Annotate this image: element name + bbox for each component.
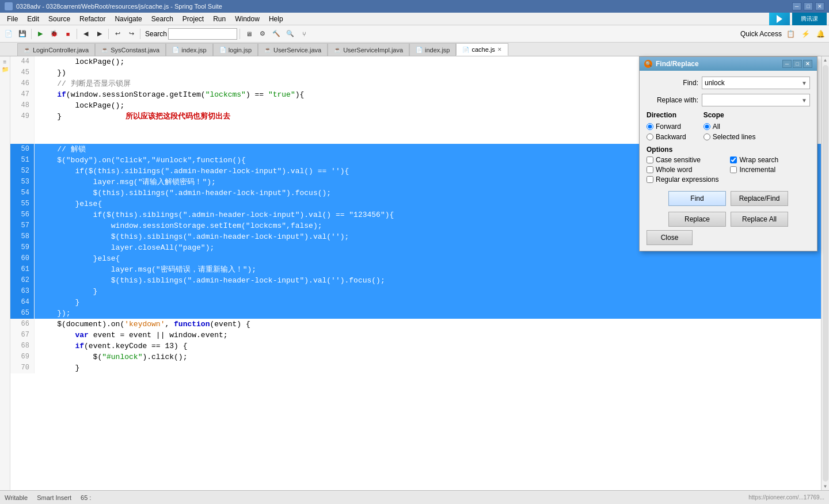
whole-word-checkbox[interactable] [647, 166, 653, 173]
dialog-close-btn[interactable]: ✕ [803, 60, 812, 68]
tab-0[interactable]: ☕ LoginController.java [17, 43, 95, 56]
tab-label-4: UserService.java [273, 47, 321, 54]
menu-help[interactable]: Help [264, 14, 288, 24]
tab-icon-7: 📄 [462, 47, 469, 53]
tab-4[interactable]: ☕ UserService.java [258, 43, 328, 56]
undo-button[interactable]: ↩ [111, 28, 124, 40]
tab-7[interactable]: 📄 cache.js ✕ [456, 43, 508, 56]
menu-project[interactable]: Project [178, 14, 208, 24]
find-button[interactable]: Find [668, 191, 726, 206]
stop-button[interactable]: ■ [62, 28, 74, 40]
window-title: 0328adv - 0328carrent/WebRoot/resources/… [16, 3, 222, 10]
quick-access-btn-2[interactable]: ⚡ [799, 28, 812, 40]
wrap-search-checkbox[interactable] [730, 156, 737, 163]
maximize-button[interactable]: □ [804, 2, 813, 10]
code-line-69: 69 $("#unlock").click(); [10, 352, 821, 362]
menu-refactor[interactable]: Refactor [75, 14, 110, 24]
tab-1[interactable]: ☕ SysConstast.java [95, 43, 166, 56]
menu-source[interactable]: Source [44, 14, 75, 24]
window-controls[interactable]: ─ □ ✕ [792, 2, 824, 10]
menu-window[interactable]: Window [230, 14, 264, 24]
tab-3[interactable]: 📄 login.jsp [213, 43, 258, 56]
run-button[interactable]: ▶ [34, 28, 47, 40]
tencent-play-button[interactable] [769, 13, 790, 25]
line-num-61: 61 [10, 264, 35, 275]
replace-find-button[interactable]: Replace/Find [731, 191, 788, 206]
close-button[interactable]: ✕ [815, 2, 824, 10]
find-dropdown[interactable]: unlock ▼ [702, 77, 810, 89]
writable-status: Writable [5, 494, 28, 501]
server-button[interactable]: 🖥 [242, 28, 255, 40]
wrap-search-label: Wrap search [739, 156, 778, 164]
selected-lines-radio[interactable] [703, 133, 710, 140]
app-icon [5, 2, 13, 10]
replace-all-button[interactable]: Replace All [731, 212, 788, 227]
quick-access-btn-1[interactable]: 📋 [784, 28, 797, 40]
find-label: Find: [647, 79, 698, 87]
incremental-checkbox[interactable] [730, 166, 737, 173]
settings-button[interactable]: ⚙ [256, 28, 269, 40]
line-content-52: if($(this).siblings(".admin-header-lock-… [35, 166, 349, 177]
v-scrollbar[interactable]: ▲ ▼ [821, 56, 829, 490]
save-button[interactable]: 💾 [16, 28, 29, 40]
line-num-52: 52 [10, 166, 35, 177]
line-content-66: $(document).on('keydown', function(event… [35, 319, 250, 330]
case-sensitive-checkbox[interactable] [647, 156, 653, 163]
new-button[interactable]: 📄 [2, 28, 15, 40]
git-button[interactable]: ⑂ [298, 28, 310, 40]
v-scroll-down[interactable]: ▼ [822, 483, 829, 490]
forward-button[interactable]: ▶ [93, 28, 106, 40]
menu-navigate[interactable]: Navigate [110, 14, 146, 24]
line-content-70: } [35, 362, 79, 373]
case-sensitive-label: Case sensitive [656, 156, 701, 164]
dialog-restore[interactable]: □ [793, 60, 802, 68]
menu-edit[interactable]: Edit [22, 14, 44, 24]
back-button[interactable]: ◀ [79, 28, 92, 40]
line-num-46: 46 [10, 78, 35, 89]
menu-run[interactable]: Run [208, 14, 230, 24]
quick-access-btn-3[interactable]: 🔔 [814, 28, 827, 40]
line-num-55: 55 [10, 198, 35, 209]
tab-5[interactable]: ☕ UserServiceImpl.java [328, 43, 409, 56]
forward-radio[interactable] [647, 123, 653, 130]
line-content-48: lockPage(); [35, 100, 124, 111]
code-line-65: 65 }); [10, 308, 821, 319]
menu-file[interactable]: File [2, 14, 22, 24]
code-line-62: 62 $(this).siblings(".admin-header-lock-… [10, 275, 821, 286]
case-sensitive-row: Case sensitive [647, 156, 718, 164]
toolbar-separator-1 [31, 29, 32, 39]
close-dialog-button[interactable]: Close [647, 230, 693, 245]
tab-bar: ☕ LoginController.java ☕ SysConstast.jav… [0, 43, 829, 56]
tab-close-7[interactable]: ✕ [497, 47, 502, 52]
line-content-55: }else{ [35, 198, 102, 209]
v-scroll-up[interactable]: ▲ [822, 56, 829, 64]
backward-radio[interactable] [647, 133, 653, 140]
line-num-69: 69 [10, 352, 35, 362]
line-num-47: 47 [10, 89, 35, 100]
direction-scope-row: Direction Forward Backward Scope All [647, 111, 810, 141]
regex-label: Regular expressions [656, 175, 718, 184]
regex-checkbox[interactable] [647, 176, 653, 183]
menu-search[interactable]: Search [147, 14, 178, 24]
tab-label-5: UserServiceImpl.java [343, 47, 403, 54]
tab-label-3: login.jsp [229, 47, 252, 54]
minimize-button[interactable]: ─ [792, 2, 801, 10]
dialog-controls[interactable]: ─ □ ✕ [782, 60, 812, 68]
line-col-status: 65 : [81, 494, 91, 501]
all-radio[interactable] [703, 123, 710, 130]
tab-2[interactable]: 📄 index.jsp [166, 43, 212, 56]
redo-button[interactable]: ↪ [125, 28, 138, 40]
search-input[interactable] [168, 28, 237, 40]
v-scroll-track[interactable] [823, 65, 828, 482]
dialog-icon: 🔍 [644, 60, 652, 68]
tab-icon-6: 📄 [416, 47, 423, 53]
debug-button[interactable]: 🐞 [48, 28, 60, 40]
status-bar: Writable Smart Insert 65 : https://pione… [0, 490, 829, 504]
search-toolbar-button[interactable]: 🔍 [284, 28, 296, 40]
replace-dropdown[interactable]: ▼ [702, 94, 810, 106]
dialog-minimize[interactable]: ─ [782, 60, 792, 68]
line-num-53: 53 [10, 177, 35, 188]
tab-6[interactable]: 📄 index.jsp [409, 43, 456, 56]
replace-button[interactable]: Replace [668, 212, 726, 227]
build-button[interactable]: 🔨 [270, 28, 283, 40]
